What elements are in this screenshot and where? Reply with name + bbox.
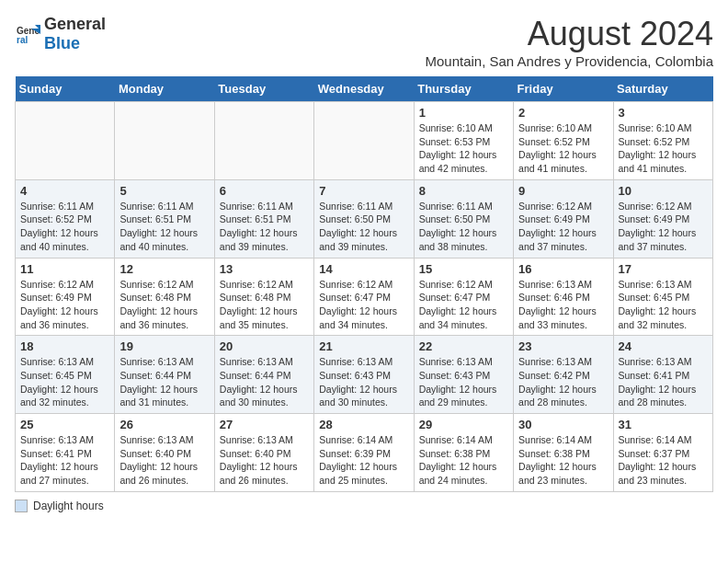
day-info: Sunrise: 6:11 AMSunset: 6:51 PMDaylight:…: [220, 200, 309, 254]
day-number: 12: [119, 262, 209, 276]
day-info: Sunrise: 6:12 AMSunset: 6:49 PMDaylight:…: [20, 278, 109, 332]
day-info: Sunrise: 6:13 AMSunset: 6:43 PMDaylight:…: [319, 355, 408, 409]
day-number: 23: [518, 339, 608, 353]
table-row: 26Sunrise: 6:13 AMSunset: 6:40 PMDayligh…: [115, 414, 214, 492]
logo-general: General: [44, 15, 106, 33]
header-friday: Friday: [514, 76, 613, 102]
day-info: Sunrise: 6:12 AMSunset: 6:48 PMDaylight:…: [119, 278, 209, 332]
calendar-week-row: 1Sunrise: 6:10 AMSunset: 6:53 PMDaylight…: [16, 102, 713, 180]
day-info: Sunrise: 6:13 AMSunset: 6:43 PMDaylight:…: [419, 355, 508, 409]
table-row: 29Sunrise: 6:14 AMSunset: 6:38 PMDayligh…: [414, 414, 513, 492]
table-row: 16Sunrise: 6:13 AMSunset: 6:46 PMDayligh…: [514, 258, 613, 336]
table-row: 10Sunrise: 6:12 AMSunset: 6:49 PMDayligh…: [613, 179, 712, 258]
table-row: 12Sunrise: 6:12 AMSunset: 6:48 PMDayligh…: [115, 258, 214, 336]
logo-icon: Gene ral: [15, 21, 40, 47]
day-number: 16: [518, 262, 608, 276]
day-info: Sunrise: 6:13 AMSunset: 6:45 PMDaylight:…: [20, 355, 109, 409]
day-info: Sunrise: 6:12 AMSunset: 6:47 PMDaylight:…: [419, 278, 508, 332]
day-number: 8: [419, 184, 508, 198]
day-number: 24: [619, 339, 708, 353]
table-row: 1Sunrise: 6:10 AMSunset: 6:53 PMDaylight…: [414, 102, 513, 180]
day-info: Sunrise: 6:12 AMSunset: 6:47 PMDaylight:…: [319, 278, 408, 332]
day-info: Sunrise: 6:14 AMSunset: 6:39 PMDaylight:…: [319, 433, 408, 488]
calendar-week-row: 4Sunrise: 6:11 AMSunset: 6:52 PMDaylight…: [16, 179, 713, 258]
day-number: 6: [220, 184, 309, 198]
day-number: 25: [20, 418, 109, 431]
day-number: 21: [319, 339, 408, 353]
table-row: [16, 102, 115, 180]
legend: Daylight hours: [15, 500, 713, 512]
day-info: Sunrise: 6:13 AMSunset: 6:45 PMDaylight:…: [619, 278, 708, 332]
table-row: 11Sunrise: 6:12 AMSunset: 6:49 PMDayligh…: [16, 258, 115, 336]
table-row: [314, 102, 414, 180]
day-number: 4: [20, 184, 109, 198]
day-info: Sunrise: 6:14 AMSunset: 6:37 PMDaylight:…: [619, 433, 708, 488]
day-number: 28: [319, 418, 408, 431]
day-info: Sunrise: 6:14 AMSunset: 6:38 PMDaylight:…: [419, 433, 508, 488]
calendar-week-row: 18Sunrise: 6:13 AMSunset: 6:45 PMDayligh…: [16, 336, 713, 414]
header-thursday: Thursday: [414, 76, 513, 102]
subtitle: Mountain, San Andres y Providencia, Colo…: [425, 53, 713, 69]
day-number: 5: [119, 184, 209, 198]
day-info: Sunrise: 6:11 AMSunset: 6:50 PMDaylight:…: [319, 200, 408, 254]
day-number: 22: [419, 339, 508, 353]
month-title: August 2024: [425, 15, 713, 53]
table-row: 3Sunrise: 6:10 AMSunset: 6:52 PMDaylight…: [613, 102, 712, 180]
day-number: 3: [619, 106, 708, 120]
table-row: 19Sunrise: 6:13 AMSunset: 6:44 PMDayligh…: [115, 336, 214, 414]
day-number: 18: [20, 339, 109, 353]
day-number: 20: [220, 339, 309, 353]
calendar-week-row: 25Sunrise: 6:13 AMSunset: 6:41 PMDayligh…: [16, 414, 713, 492]
day-number: 31: [619, 418, 708, 431]
table-row: 20Sunrise: 6:13 AMSunset: 6:44 PMDayligh…: [214, 336, 313, 414]
day-number: 26: [119, 418, 209, 431]
table-row: [115, 102, 214, 180]
legend-label: Daylight hours: [33, 500, 104, 512]
header-wednesday: Wednesday: [314, 76, 414, 102]
calendar-week-row: 11Sunrise: 6:12 AMSunset: 6:49 PMDayligh…: [16, 258, 713, 336]
day-info: Sunrise: 6:10 AMSunset: 6:52 PMDaylight:…: [619, 121, 708, 176]
day-info: Sunrise: 6:13 AMSunset: 6:41 PMDaylight:…: [619, 355, 708, 409]
title-area: August 2024 Mountain, San Andres y Provi…: [425, 15, 713, 69]
day-info: Sunrise: 6:11 AMSunset: 6:52 PMDaylight:…: [20, 200, 109, 254]
table-row: 7Sunrise: 6:11 AMSunset: 6:50 PMDaylight…: [314, 179, 414, 258]
day-number: 17: [619, 262, 708, 276]
table-row: 30Sunrise: 6:14 AMSunset: 6:38 PMDayligh…: [514, 414, 613, 492]
day-number: 7: [319, 184, 408, 198]
table-row: 23Sunrise: 6:13 AMSunset: 6:42 PMDayligh…: [514, 336, 613, 414]
table-row: 9Sunrise: 6:12 AMSunset: 6:49 PMDaylight…: [514, 179, 613, 258]
table-row: 21Sunrise: 6:13 AMSunset: 6:43 PMDayligh…: [314, 336, 414, 414]
table-row: 28Sunrise: 6:14 AMSunset: 6:39 PMDayligh…: [314, 414, 414, 492]
table-row: 13Sunrise: 6:12 AMSunset: 6:48 PMDayligh…: [214, 258, 313, 336]
table-row: 14Sunrise: 6:12 AMSunset: 6:47 PMDayligh…: [314, 258, 414, 336]
day-info: Sunrise: 6:13 AMSunset: 6:40 PMDaylight:…: [220, 433, 309, 488]
day-info: Sunrise: 6:13 AMSunset: 6:41 PMDaylight:…: [20, 433, 109, 488]
table-row: 31Sunrise: 6:14 AMSunset: 6:37 PMDayligh…: [613, 414, 712, 492]
logo: Gene ral General Blue: [15, 15, 106, 53]
table-row: 8Sunrise: 6:11 AMSunset: 6:50 PMDaylight…: [414, 179, 513, 258]
day-info: Sunrise: 6:11 AMSunset: 6:50 PMDaylight:…: [419, 200, 508, 254]
day-info: Sunrise: 6:13 AMSunset: 6:40 PMDaylight:…: [119, 433, 209, 488]
svg-text:ral: ral: [17, 35, 28, 45]
days-header-row: Sunday Monday Tuesday Wednesday Thursday…: [16, 76, 713, 102]
day-number: 15: [419, 262, 508, 276]
table-row: 18Sunrise: 6:13 AMSunset: 6:45 PMDayligh…: [16, 336, 115, 414]
table-row: 6Sunrise: 6:11 AMSunset: 6:51 PMDaylight…: [214, 179, 313, 258]
day-number: 1: [419, 106, 508, 120]
day-info: Sunrise: 6:13 AMSunset: 6:44 PMDaylight:…: [119, 355, 209, 409]
day-number: 19: [119, 339, 209, 353]
table-row: 15Sunrise: 6:12 AMSunset: 6:47 PMDayligh…: [414, 258, 513, 336]
day-number: 29: [419, 418, 508, 431]
day-info: Sunrise: 6:12 AMSunset: 6:48 PMDaylight:…: [220, 278, 309, 332]
day-number: 2: [518, 106, 608, 120]
day-number: 14: [319, 262, 408, 276]
calendar-table: Sunday Monday Tuesday Wednesday Thursday…: [15, 76, 713, 492]
table-row: 27Sunrise: 6:13 AMSunset: 6:40 PMDayligh…: [214, 414, 313, 492]
header-sunday: Sunday: [16, 76, 115, 102]
table-row: 2Sunrise: 6:10 AMSunset: 6:52 PMDaylight…: [514, 102, 613, 180]
table-row: [214, 102, 313, 180]
day-info: Sunrise: 6:10 AMSunset: 6:52 PMDaylight:…: [518, 121, 608, 176]
header-monday: Monday: [115, 76, 214, 102]
table-row: 17Sunrise: 6:13 AMSunset: 6:45 PMDayligh…: [613, 258, 712, 336]
table-row: 22Sunrise: 6:13 AMSunset: 6:43 PMDayligh…: [414, 336, 513, 414]
